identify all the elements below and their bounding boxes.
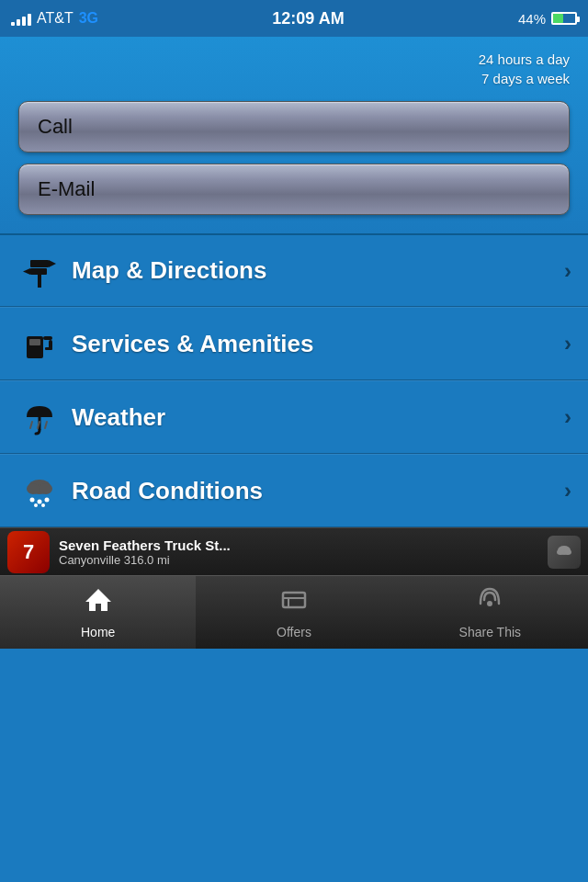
svg-marker-25 <box>85 589 111 611</box>
svg-point-19 <box>45 498 50 503</box>
email-button[interactable]: E-Mail <box>18 164 570 215</box>
tab-offers[interactable]: Offers <box>196 576 391 649</box>
time-display: 12:09 AM <box>272 9 344 28</box>
chevron-icon-services: › <box>564 331 571 356</box>
menu-label-road: Road Conditions <box>62 477 564 505</box>
nearby-name: Seven Feathers Truck St... <box>59 537 538 553</box>
chevron-icon-weather: › <box>564 404 571 430</box>
svg-point-21 <box>41 503 45 507</box>
tab-share-label: Share This <box>459 625 521 639</box>
share-icon <box>475 585 504 621</box>
svg-line-13 <box>45 422 47 428</box>
svg-point-16 <box>40 483 52 494</box>
nearby-info: Seven Feathers Truck St... Canyonville 3… <box>50 537 548 567</box>
svg-line-11 <box>30 422 32 428</box>
menu-item-road[interactable]: Road Conditions › <box>0 454 588 527</box>
weather-icon <box>17 394 62 440</box>
network-label: 3G <box>79 10 98 27</box>
header-section: 24 hours a day 7 days a week Call E-Mail <box>0 37 588 233</box>
chevron-icon-road: › <box>564 478 571 503</box>
svg-point-18 <box>38 500 42 504</box>
svg-rect-3 <box>30 268 47 275</box>
offers-icon <box>279 585 309 621</box>
chevron-icon-map: › <box>564 258 571 284</box>
svg-marker-4 <box>23 268 30 275</box>
nearby-weather-icon <box>548 536 581 569</box>
svg-marker-2 <box>49 260 56 267</box>
nearby-bar[interactable]: 7 Seven Feathers Truck St... Canyonville… <box>0 527 588 575</box>
battery-info: 44% <box>518 11 577 27</box>
svg-rect-1 <box>30 260 49 267</box>
svg-point-23 <box>557 549 564 555</box>
nearby-location-icon: 7 <box>7 531 50 573</box>
carrier-label: AT&T <box>37 10 74 27</box>
svg-rect-6 <box>29 339 40 345</box>
battery-icon <box>551 12 577 25</box>
fuel-icon <box>17 321 62 367</box>
menu-item-map[interactable]: Map & Directions › <box>0 233 588 307</box>
tab-home-label: Home <box>81 625 115 639</box>
menu-section: Map & Directions › Services & Amenities … <box>0 233 588 527</box>
snow-icon <box>17 468 62 514</box>
svg-rect-26 <box>283 593 305 607</box>
svg-point-29 <box>487 601 492 606</box>
menu-label-weather: Weather <box>62 403 564 432</box>
menu-label-map: Map & Directions <box>62 256 564 285</box>
svg-rect-9 <box>45 347 52 350</box>
tab-share[interactable]: Share This <box>392 576 588 649</box>
svg-point-17 <box>30 498 35 503</box>
signal-icon <box>11 11 31 26</box>
svg-point-20 <box>34 503 38 507</box>
availability-text: 24 hours a day 7 days a week <box>18 50 570 88</box>
nearby-distance: Canyonville 316.0 mi <box>59 553 538 567</box>
call-button[interactable]: Call <box>18 101 570 153</box>
tab-home[interactable]: Home <box>0 576 196 649</box>
map-icon <box>17 248 62 294</box>
menu-item-weather[interactable]: Weather › <box>0 380 588 454</box>
carrier-info: AT&T 3G <box>11 10 98 27</box>
menu-label-services: Services & Amenities <box>62 330 564 358</box>
svg-rect-0 <box>38 273 41 288</box>
svg-point-24 <box>564 549 571 555</box>
tab-bar: Home Offers Share This <box>0 575 588 649</box>
menu-item-services[interactable]: Services & Amenities › <box>0 307 588 380</box>
svg-point-15 <box>27 483 40 494</box>
svg-rect-7 <box>43 336 52 340</box>
battery-percentage: 44% <box>518 11 546 27</box>
tab-offers-label: Offers <box>277 625 311 639</box>
home-icon <box>84 585 113 621</box>
status-bar: AT&T 3G 12:09 AM 44% <box>0 0 588 37</box>
